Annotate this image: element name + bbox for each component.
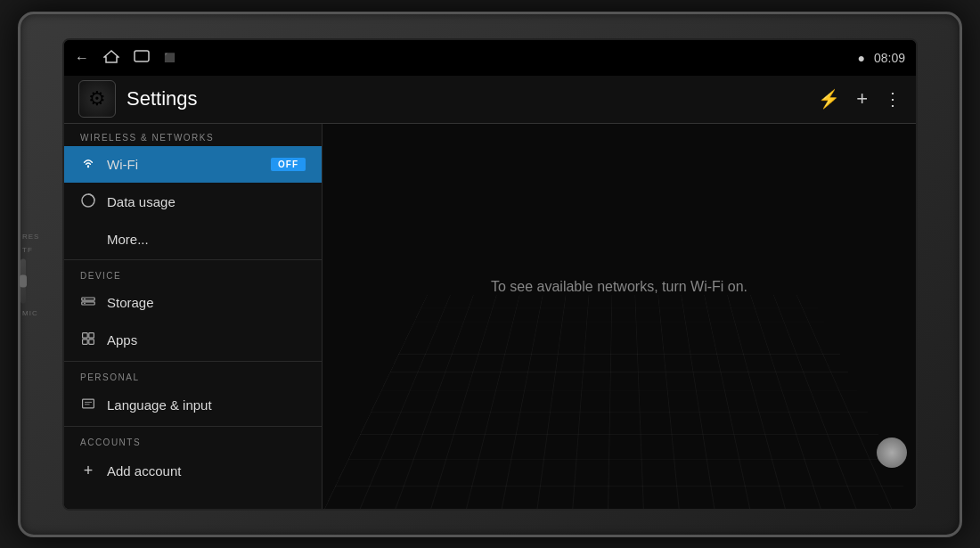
res-label: RES (22, 232, 39, 240)
settings-gear-icon: ⚙ (88, 87, 106, 110)
svg-rect-12 (83, 399, 94, 408)
data-usage-label: Data usage (107, 194, 176, 209)
menu-icon[interactable]: ⬛ (164, 53, 175, 62)
section-accounts: ACCOUNTS (64, 429, 322, 451)
divider-2 (64, 361, 322, 362)
title-left: ⚙ Settings (78, 80, 198, 118)
svg-rect-10 (83, 339, 88, 344)
storage-label: Storage (107, 295, 154, 310)
apps-label: Apps (107, 332, 137, 348)
title-actions: ⚡ + ⋮ (818, 87, 902, 110)
screen: ← ⬛ ● 08:09 (62, 38, 918, 511)
storage-icon (80, 295, 96, 310)
back-icon[interactable]: ← (75, 50, 89, 66)
sidebar-item-apps[interactable]: Apps (64, 321, 322, 359)
title-bar: ⚙ Settings ⚡ + ⋮ (64, 76, 916, 124)
svg-rect-1 (135, 51, 149, 61)
more-label: More... (107, 232, 149, 247)
flash-icon[interactable]: ⚡ (818, 88, 840, 110)
status-right: ● 08:09 (857, 51, 905, 65)
section-wireless-networks: WIRELESS & NETWORKS (64, 124, 322, 146)
clock: 08:09 (874, 51, 905, 65)
sidebar-item-data-usage[interactable]: Data usage (64, 183, 322, 221)
wifi-toggle[interactable]: OFF (271, 158, 306, 171)
svg-rect-5 (82, 301, 94, 304)
recents-icon[interactable] (134, 50, 150, 66)
side-controls: RES TF MIC (19, 232, 39, 316)
location-icon: ● (857, 51, 864, 65)
scroll-indicator[interactable] (877, 438, 907, 468)
settings-panel: WIRELESS & NETWORKS Wi-Fi OFF (64, 124, 323, 511)
sidebar-item-more[interactable]: More... (64, 221, 322, 258)
divider-3 (64, 426, 322, 427)
mic-label: MIC (22, 308, 38, 316)
wifi-status-message: To see available networks, turn Wi-Fi on… (491, 279, 747, 295)
section-device: DEVICE (64, 262, 322, 284)
data-usage-icon (80, 193, 96, 210)
slider-thumb[interactable] (20, 274, 27, 287)
svg-rect-11 (89, 339, 94, 344)
sidebar-item-wifi[interactable]: Wi-Fi OFF (64, 146, 322, 183)
device-frame: RES TF MIC ← (18, 12, 962, 537)
divider-1 (64, 259, 322, 260)
section-personal: PERSONAL (64, 364, 322, 386)
home-icon[interactable] (103, 49, 119, 67)
apps-icon (80, 331, 96, 348)
app-icon: ⚙ (78, 80, 116, 118)
svg-rect-9 (89, 332, 94, 338)
add-button[interactable]: + (856, 87, 868, 110)
right-panel: To see available networks, turn Wi-Fi on… (323, 124, 916, 511)
status-bar: ← ⬛ ● 08:09 (64, 40, 916, 76)
add-account-icon: + (80, 462, 96, 480)
svg-point-2 (87, 165, 89, 167)
sidebar-item-storage[interactable]: Storage (64, 284, 322, 321)
page-title: Settings (127, 87, 198, 110)
svg-marker-0 (104, 51, 118, 62)
main-content: WIRELESS & NETWORKS Wi-Fi OFF (64, 124, 916, 511)
wifi-label: Wi-Fi (107, 157, 138, 172)
sidebar-item-language[interactable]: Language & input (64, 386, 322, 424)
sidebar-item-add-account[interactable]: + Add account (64, 451, 322, 491)
grid-background (323, 294, 916, 510)
more-options-icon[interactable]: ⋮ (884, 88, 902, 110)
nav-icons: ← ⬛ (75, 49, 175, 67)
wifi-icon (80, 157, 96, 172)
language-label: Language & input (107, 397, 212, 413)
language-icon (80, 397, 96, 413)
tf-slider[interactable] (20, 258, 26, 303)
tf-label: TF (22, 245, 33, 253)
svg-rect-4 (82, 298, 94, 300)
add-account-label: Add account (107, 463, 181, 478)
svg-rect-8 (83, 332, 88, 338)
